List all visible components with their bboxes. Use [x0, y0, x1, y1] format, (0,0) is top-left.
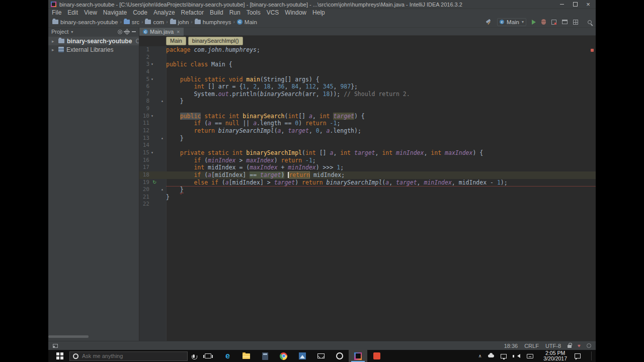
gutter-line-12[interactable]: 12	[139, 127, 166, 135]
taskbar-clock[interactable]: 2:05 PM 3/20/2017	[543, 350, 567, 361]
gutter-line-4[interactable]: 4	[139, 68, 166, 76]
gutter-line-2[interactable]: 2	[139, 54, 166, 61]
breadcrumb-item-humphreys[interactable]: humphreys	[195, 19, 231, 25]
code-line-2[interactable]: 2	[139, 54, 596, 61]
fold-down-icon[interactable]	[151, 76, 153, 83]
code-line-21[interactable]: 21}	[139, 194, 596, 201]
gutter-line-11[interactable]: 11	[139, 120, 166, 127]
code-editor[interactable]: 1package com.john.humphreys;23public cla…	[139, 46, 596, 341]
gutter-line-19[interactable]: 19	[139, 179, 166, 187]
menu-analyze[interactable]: Analyze	[150, 9, 178, 17]
taskbar-app-music[interactable]	[330, 350, 349, 362]
menu-view[interactable]: View	[81, 9, 100, 17]
gutter-line-3[interactable]: 3	[139, 61, 166, 68]
tree-item-binary-search-youtube[interactable]: binary-search-youtubeC:\Users\joh	[48, 37, 139, 45]
close-button[interactable]	[582, 1, 595, 9]
network-icon[interactable]	[501, 354, 507, 358]
breadcrumb-item-john[interactable]: john	[170, 19, 189, 25]
taskbar-search-input[interactable]	[82, 353, 184, 359]
chevron-down-icon[interactable]	[71, 30, 73, 34]
memory-indicator-icon[interactable]	[587, 343, 591, 348]
fold-up-icon[interactable]	[161, 186, 164, 194]
gutter-line-13[interactable]: 13	[139, 135, 166, 142]
code-line-13[interactable]: 13 }	[139, 135, 596, 142]
code-line-12[interactable]: 12 return binarySearchImpl(a, target, 0,…	[139, 127, 596, 135]
hidden-icons-chevron-icon[interactable]	[478, 353, 482, 358]
touch-keyboard-icon[interactable]	[527, 354, 533, 358]
code-line-11[interactable]: 11 if (a == null || a.length == 0) retur…	[139, 120, 596, 127]
fold-down-icon[interactable]	[151, 149, 153, 157]
caret-position[interactable]: 18:36	[504, 343, 518, 349]
breadcrumb-class[interactable]: Main	[166, 37, 186, 45]
gutter-line-14[interactable]: 14	[139, 142, 166, 149]
gutter-line-1[interactable]: 1	[139, 46, 166, 54]
code-line-6[interactable]: 6 int [] arr = {1, 2, 18, 36, 84, 112, 3…	[139, 83, 596, 90]
gutter-line-10[interactable]: 10	[139, 113, 166, 120]
code-line-5[interactable]: 5 public static void main(String[] args)…	[139, 76, 596, 83]
menu-build[interactable]: Build	[207, 9, 226, 17]
debug-button[interactable]	[541, 19, 546, 25]
gutter-line-18[interactable]: 18	[139, 171, 166, 179]
taskbar-app-file-explorer[interactable]	[237, 350, 256, 362]
code-line-15[interactable]: 15 private static int binarySearchImpl(i…	[139, 149, 596, 157]
taskbar-app-intellij-idea[interactable]	[349, 350, 367, 362]
gutter-line-9[interactable]: 9	[139, 105, 166, 113]
chevron-right-icon[interactable]	[52, 39, 56, 44]
code-line-16[interactable]: 16 if (minIndex > maxIndex) return -1;	[139, 157, 596, 164]
code-line-3[interactable]: 3public class Main {	[139, 61, 596, 68]
project-panel-title[interactable]: Project	[51, 29, 68, 35]
horizontal-scrollbar-thumb[interactable]	[48, 335, 89, 338]
code-line-14[interactable]: 14	[139, 142, 596, 149]
gutter-line-22[interactable]: 22	[139, 201, 166, 208]
chevron-right-icon[interactable]	[52, 47, 56, 52]
code-line-20[interactable]: 20 }	[139, 186, 596, 194]
search-everywhere-icon[interactable]	[588, 20, 592, 24]
taskbar-app-photos[interactable]	[293, 350, 311, 362]
menu-navigate[interactable]: Navigate	[100, 9, 130, 17]
menu-run[interactable]: Run	[226, 9, 244, 17]
show-desktop-button[interactable]	[591, 351, 593, 360]
menu-help[interactable]: Help	[309, 9, 328, 17]
menu-edit[interactable]: Edit	[64, 9, 81, 17]
gutter-line-20[interactable]: 20	[139, 186, 166, 194]
gutter-line-8[interactable]: 8	[139, 98, 166, 105]
gutter-line-15[interactable]: 15	[139, 149, 166, 157]
title-bar[interactable]: binary-search-youtube - [C:\Users\john\I…	[48, 0, 596, 9]
microphone-icon[interactable]	[193, 354, 195, 358]
task-view-icon[interactable]	[205, 353, 211, 358]
breadcrumb-item-src[interactable]: src	[124, 19, 139, 25]
gutter-line-5[interactable]: 5	[139, 76, 166, 83]
fold-down-icon[interactable]	[151, 61, 153, 68]
code-line-7[interactable]: 7 System.out.println(binarySearch(arr, 1…	[139, 90, 596, 98]
close-icon[interactable]	[177, 29, 180, 35]
gutter-line-17[interactable]: 17	[139, 164, 166, 171]
line-separator-indicator[interactable]: CRLF	[524, 343, 539, 349]
breadcrumb-item-com[interactable]: com	[145, 19, 164, 25]
code-line-10[interactable]: 10 public static int binarySearch(int[] …	[139, 113, 596, 120]
gutter-line-7[interactable]: 7	[139, 90, 166, 98]
menu-tools[interactable]: Tools	[244, 9, 264, 17]
toolwindow-switcher-icon[interactable]	[53, 344, 58, 348]
code-line-8[interactable]: 8 }	[139, 98, 596, 105]
toolwindow-button[interactable]	[562, 20, 568, 24]
gutter-line-6[interactable]: 6	[139, 83, 166, 90]
layout-grid-icon[interactable]	[573, 20, 578, 25]
code-line-18[interactable]: 18 if (a[midIndex] == target) return mid…	[139, 171, 596, 179]
taskbar-app-edge[interactable]	[218, 350, 237, 362]
taskbar-app-chrome[interactable]	[274, 350, 293, 362]
code-line-17[interactable]: 17 int midIndex = (maxIndex + minIndex) …	[139, 164, 596, 171]
code-line-19[interactable]: 19 else if (a[midIndex] > target) return…	[139, 179, 596, 187]
onedrive-icon[interactable]	[488, 354, 494, 357]
breadcrumb-item-main[interactable]: Main	[237, 19, 257, 25]
run-button[interactable]	[532, 20, 536, 25]
restore-button[interactable]	[569, 1, 582, 9]
tab-main-java[interactable]: Main.java	[139, 28, 184, 36]
scroll-from-source-icon[interactable]	[118, 30, 122, 34]
menu-file[interactable]: File	[49, 9, 64, 17]
menu-code[interactable]: Code	[130, 9, 150, 17]
fold-up-icon[interactable]	[161, 98, 164, 105]
gear-icon[interactable]	[125, 30, 129, 34]
hide-panel-icon[interactable]	[132, 31, 136, 32]
encoding-indicator[interactable]: UTF-8	[545, 343, 561, 349]
menu-window[interactable]: Window	[282, 9, 309, 17]
